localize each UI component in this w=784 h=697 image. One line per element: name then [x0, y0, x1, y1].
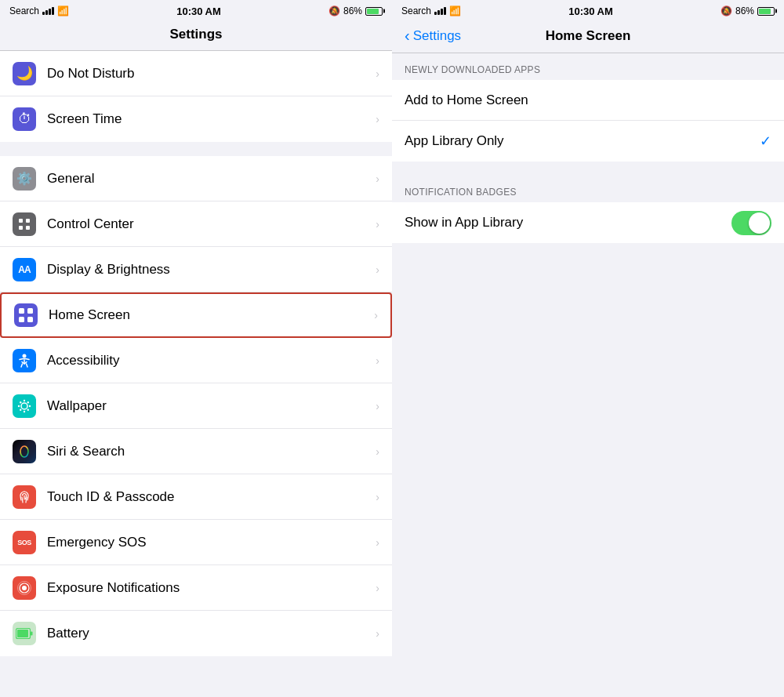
- svg-rect-6: [19, 317, 24, 322]
- left-time: 10:30 AM: [176, 5, 221, 17]
- divider-1: [0, 142, 392, 156]
- svg-rect-2: [19, 226, 23, 230]
- left-status-right: 🔕 86%: [328, 5, 383, 16]
- sidebar-item-accessibility[interactable]: Accessibility ›: [0, 338, 392, 383]
- touch-id-icon: [13, 485, 36, 509]
- right-signal: [434, 7, 446, 15]
- back-button[interactable]: ‹ Settings: [405, 27, 461, 45]
- svg-point-19: [22, 586, 27, 590]
- touch-id-label: Touch ID & Passcode: [47, 489, 369, 505]
- show-in-app-library-label: Show in App Library: [405, 215, 731, 231]
- app-library-check-icon: ✓: [760, 133, 771, 150]
- app-library-only-item[interactable]: App Library Only ✓: [392, 121, 784, 162]
- left-battery-fill: [367, 9, 379, 14]
- right-wifi-icon: 📶: [449, 5, 461, 16]
- home-screen-label: Home Screen: [49, 307, 368, 323]
- home-screen-icon: [14, 303, 38, 327]
- display-icon: AA: [13, 258, 36, 281]
- exposure-icon: [13, 576, 36, 600]
- general-chevron: ›: [376, 172, 379, 185]
- do-not-disturb-label: Do Not Disturb: [47, 66, 369, 82]
- right-settings-list: NEWLY DOWNLOADED APPS Add to Home Screen…: [392, 53, 784, 697]
- svg-rect-5: [27, 308, 33, 314]
- sidebar-item-display[interactable]: AA Display & Brightness ›: [0, 247, 392, 292]
- control-center-chevron: ›: [376, 218, 379, 231]
- display-label: Display & Brightness: [47, 262, 369, 278]
- toggle-knob: [749, 212, 770, 234]
- right-section-2: NOTIFICATION BADGES Show in App Library: [392, 176, 784, 243]
- siri-label: Siri & Search: [47, 444, 369, 459]
- screen-time-icon: ⏱: [13, 107, 36, 131]
- sidebar-item-battery[interactable]: Battery ›: [0, 611, 392, 656]
- siri-chevron: ›: [376, 445, 379, 458]
- show-in-app-library-item[interactable]: Show in App Library: [392, 202, 784, 243]
- sidebar-item-home-screen[interactable]: Home Screen ›: [0, 292, 392, 338]
- right-signal-bar-3: [441, 9, 443, 15]
- sidebar-item-siri[interactable]: Siri & Search ›: [0, 429, 392, 474]
- svg-point-11: [24, 410, 25, 412]
- wallpaper-chevron: ›: [376, 400, 379, 412]
- battery-chevron: ›: [376, 627, 379, 640]
- signal-bar-4: [52, 7, 54, 15]
- svg-point-14: [20, 401, 21, 403]
- left-group-2: ⚙️ General › Control Center › AA: [0, 156, 392, 656]
- touch-id-chevron: ›: [376, 491, 379, 503]
- left-settings-list[interactable]: 🌙 Do Not Disturb › ⏱ Screen Time › ⚙️ Ge…: [0, 51, 392, 697]
- right-status-right: 🔕 86%: [720, 5, 775, 16]
- svg-rect-1: [26, 219, 30, 223]
- newly-downloaded-group: Add to Home Screen App Library Only ✓: [392, 80, 784, 162]
- svg-point-16: [27, 401, 29, 403]
- sidebar-item-touch-id[interactable]: Touch ID & Passcode ›: [0, 474, 392, 520]
- accessibility-icon: [13, 349, 36, 372]
- show-in-app-library-toggle[interactable]: [731, 211, 771, 235]
- sidebar-item-exposure[interactable]: Exposure Notifications ›: [0, 565, 392, 611]
- right-alarm-icon: 🔕: [720, 5, 732, 16]
- sidebar-item-general[interactable]: ⚙️ General ›: [0, 156, 392, 201]
- wallpaper-icon: [13, 394, 36, 418]
- svg-point-18: [20, 446, 28, 457]
- right-panel: Search 📶 10:30 AM 🔕 86% ‹ Settings: [392, 0, 784, 697]
- sidebar-item-screen-time[interactable]: ⏱ Screen Time ›: [0, 96, 392, 142]
- left-signal: [42, 7, 54, 15]
- svg-rect-3: [26, 226, 30, 230]
- svg-point-13: [29, 405, 31, 406]
- add-to-home-screen-item[interactable]: Add to Home Screen: [392, 80, 784, 121]
- left-battery-shape: [365, 7, 383, 16]
- left-group-1: 🌙 Do Not Disturb › ⏱ Screen Time ›: [0, 51, 392, 142]
- add-to-home-screen-label: Add to Home Screen: [405, 93, 771, 108]
- accessibility-chevron: ›: [376, 354, 379, 367]
- svg-point-12: [18, 405, 20, 406]
- left-status-bar: Search 📶 10:30 AM 🔕 86%: [0, 0, 392, 22]
- do-not-disturb-chevron: ›: [376, 67, 379, 80]
- back-label: Settings: [413, 28, 461, 44]
- right-status-bar: Search 📶 10:30 AM 🔕 86%: [392, 0, 784, 22]
- left-battery-pct: 86%: [343, 5, 362, 16]
- signal-bar-1: [42, 12, 45, 15]
- general-icon: ⚙️: [13, 167, 36, 191]
- app-library-only-label: App Library Only: [405, 133, 760, 149]
- sidebar-item-emergency-sos[interactable]: SOS Emergency SOS ›: [0, 520, 392, 565]
- sidebar-item-do-not-disturb[interactable]: 🌙 Do Not Disturb ›: [0, 51, 392, 96]
- left-battery-icon: 🔕: [328, 5, 340, 16]
- general-label: General: [47, 171, 369, 187]
- right-battery: [757, 7, 775, 16]
- control-center-label: Control Center: [47, 216, 369, 232]
- svg-rect-4: [19, 308, 24, 314]
- svg-point-9: [21, 403, 27, 409]
- siri-icon: [13, 440, 36, 463]
- right-time: 10:30 AM: [568, 5, 613, 17]
- sidebar-item-control-center[interactable]: Control Center ›: [0, 201, 392, 247]
- right-nav-bar: ‹ Settings Home Screen: [392, 22, 784, 53]
- left-wifi-icon: 📶: [57, 5, 69, 16]
- exposure-chevron: ›: [376, 582, 379, 594]
- home-screen-chevron: ›: [374, 309, 378, 321]
- emergency-sos-label: Emergency SOS: [47, 535, 369, 550]
- display-chevron: ›: [376, 263, 379, 276]
- right-signal-bar-1: [434, 12, 437, 15]
- sidebar-item-wallpaper[interactable]: Wallpaper ›: [0, 383, 392, 429]
- left-nav-title: Settings: [169, 27, 222, 42]
- right-status-left: Search 📶: [401, 5, 461, 16]
- signal-bar-3: [49, 9, 51, 15]
- svg-rect-7: [27, 317, 33, 322]
- screen-time-chevron: ›: [376, 113, 379, 125]
